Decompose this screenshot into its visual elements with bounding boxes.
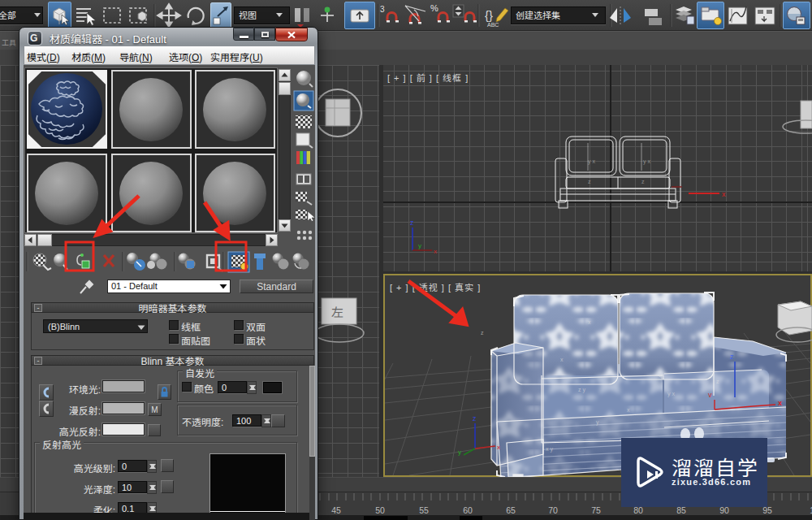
svg-text:x: x [627, 407, 630, 413]
svg-text:%: % [430, 3, 438, 13]
svg-text:x: x [497, 444, 500, 451]
svg-text:z: z [588, 179, 591, 184]
svg-text:y: y [418, 242, 421, 249]
svg-text:z: z [730, 353, 734, 361]
svg-text:ABC: ABC [487, 22, 499, 28]
svg-text:y x: y x [643, 158, 650, 165]
svg-text:y: y [596, 419, 599, 426]
svg-text:y x: y x [667, 391, 675, 397]
svg-text:x: x [588, 319, 591, 325]
svg-text:x: x [778, 399, 782, 407]
svg-text:x y: x y [546, 446, 553, 453]
svg-text:x: x [560, 357, 564, 362]
svg-text:z y: z y [578, 387, 585, 393]
svg-text:z: z [716, 379, 719, 384]
svg-text:x: x [722, 190, 726, 198]
svg-text:3: 3 [380, 5, 385, 14]
svg-text:y: y [458, 448, 461, 456]
svg-text:v: v [708, 391, 712, 399]
svg-text:z: z [481, 330, 484, 336]
svg-text:z: z [410, 219, 414, 227]
svg-text:{}: {} [485, 8, 493, 22]
svg-text:x: x [434, 248, 437, 255]
svg-text:z: z [473, 414, 477, 422]
svg-text:y x: y x [588, 158, 595, 165]
svg-text:z: z [641, 179, 645, 184]
svg-text:左: 左 [331, 303, 343, 320]
